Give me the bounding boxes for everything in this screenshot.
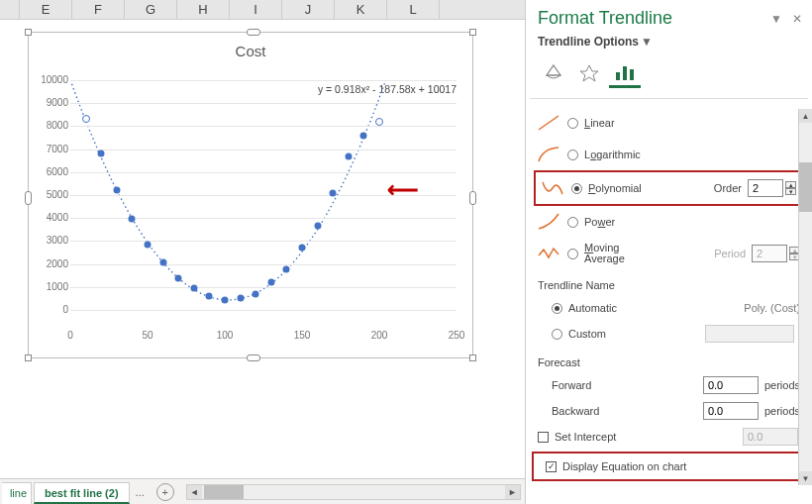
data-point[interactable]: [159, 259, 166, 266]
radio-custom[interactable]: [552, 329, 562, 340]
col-head[interactable]: K: [335, 0, 387, 19]
data-point[interactable]: [129, 216, 136, 223]
spin-up-icon[interactable]: ▴: [785, 181, 796, 188]
data-point[interactable]: [283, 266, 290, 273]
panel-scrollbar[interactable]: ▲ ▼: [798, 109, 812, 485]
forecast-forward: Forward periods: [526, 372, 812, 398]
scroll-up-icon[interactable]: ▲: [799, 109, 812, 123]
radio-mavg[interactable]: [567, 249, 578, 259]
checkbox-intercept[interactable]: [538, 432, 549, 443]
new-sheet-button[interactable]: +: [156, 483, 174, 501]
plot-area[interactable]: 0100020003000400050006000700080009000100…: [70, 80, 457, 310]
svg-line-4: [539, 116, 558, 130]
data-point[interactable]: [222, 296, 229, 303]
auto-name-value: Poly. (Cost): [744, 302, 800, 314]
col-head[interactable]: J: [282, 0, 335, 19]
poly-icon: [540, 176, 565, 200]
chart-title[interactable]: Cost: [29, 33, 472, 63]
sheet-tab-active[interactable]: best fit line (2): [34, 482, 130, 504]
trendline-type-options: Linear Logarithmic Polynomial Order ▴▾ P…: [526, 103, 812, 269]
chart-object[interactable]: Cost 01000200030004000500060007000800090…: [28, 32, 473, 358]
fill-line-icon[interactable]: [538, 58, 569, 88]
radio-linear[interactable]: [567, 118, 578, 129]
resize-handle[interactable]: [469, 191, 476, 205]
radio-power[interactable]: [567, 217, 578, 228]
svg-rect-1: [616, 72, 620, 80]
panel-mode-icons: [526, 56, 812, 98]
data-point[interactable]: [267, 279, 274, 286]
svg-rect-2: [623, 66, 627, 80]
arrow-annotation: ⟵: [387, 177, 419, 203]
data-point[interactable]: [190, 284, 197, 291]
hscroll-thumb[interactable]: [204, 485, 244, 499]
data-point[interactable]: [375, 118, 383, 126]
order-spinner[interactable]: ▴▾: [785, 181, 796, 195]
col-head[interactable]: F: [72, 0, 125, 19]
close-icon[interactable]: ✕: [792, 12, 802, 26]
data-point[interactable]: [98, 151, 105, 157]
opt-polynomial[interactable]: Polynomial Order ▴▾: [538, 172, 802, 204]
spin-down-icon[interactable]: ▾: [785, 188, 796, 195]
data-point[interactable]: [345, 152, 352, 159]
data-point[interactable]: [360, 132, 367, 139]
display-equation-row[interactable]: ✓ Display Equation on chart: [534, 454, 804, 479]
hscroll-left[interactable]: ◄: [187, 485, 202, 499]
opt-power[interactable]: Power: [534, 206, 806, 238]
trendline-name-section: Trendline Name: [526, 269, 812, 295]
linear-icon: [536, 111, 561, 135]
resize-handle[interactable]: [247, 29, 260, 36]
resize-handle[interactable]: [25, 29, 32, 36]
radio-log[interactable]: [567, 150, 578, 160]
col-head[interactable]: G: [125, 0, 177, 19]
resize-handle[interactable]: [469, 29, 476, 36]
opt-logarithmic[interactable]: Logarithmic: [534, 139, 806, 170]
set-intercept-row[interactable]: Set Intercept: [526, 424, 812, 450]
data-point[interactable]: [113, 187, 120, 194]
effects-icon[interactable]: [573, 58, 605, 88]
y-axis: 0100020003000400050006000700080009000100…: [31, 80, 68, 310]
trendline-options-icon[interactable]: [609, 58, 641, 88]
col-head[interactable]: I: [230, 0, 282, 19]
col-head[interactable]: H: [177, 0, 230, 19]
panel-dropdown-icon[interactable]: ▼: [770, 12, 782, 26]
hscroll[interactable]: ◄ ►: [186, 484, 521, 500]
data-point[interactable]: [82, 115, 90, 123]
data-point[interactable]: [145, 241, 152, 248]
data-point[interactable]: [299, 245, 306, 252]
grid-area[interactable]: Cost 01000200030004000500060007000800090…: [0, 20, 525, 455]
hscroll-right[interactable]: ►: [505, 485, 520, 499]
equation-label[interactable]: y = 0.918x² - 187.58x + 10017: [318, 83, 457, 95]
power-icon: [536, 210, 561, 234]
forward-input[interactable]: [703, 376, 759, 394]
custom-name-input[interactable]: [705, 325, 794, 343]
data-point[interactable]: [253, 290, 259, 297]
forecast-backward: Backward periods: [526, 398, 812, 424]
col-head[interactable]: L: [387, 0, 440, 19]
data-point[interactable]: [175, 274, 182, 281]
name-automatic[interactable]: Automatic Poly. (Cost): [526, 295, 812, 321]
panel-title: Format Trendline: [538, 8, 672, 29]
resize-handle[interactable]: [25, 354, 32, 361]
data-point[interactable]: [237, 295, 244, 302]
radio-auto[interactable]: [552, 303, 562, 314]
scroll-thumb[interactable]: [799, 162, 812, 212]
sheet-tabs-more[interactable]: ...: [130, 482, 151, 502]
resize-handle[interactable]: [247, 354, 260, 361]
panel-subtitle[interactable]: Trendline Options▼: [526, 33, 812, 56]
data-point[interactable]: [330, 189, 337, 196]
name-custom[interactable]: Custom: [526, 321, 812, 347]
scroll-down-icon[interactable]: ▼: [799, 471, 812, 485]
opt-linear[interactable]: Linear: [534, 107, 806, 139]
resize-handle[interactable]: [469, 354, 476, 361]
col-head[interactable]: E: [20, 0, 72, 19]
checkbox-display-eq[interactable]: ✓: [546, 461, 557, 472]
order-input[interactable]: [748, 179, 783, 197]
sheet-tab[interactable]: line: [2, 482, 32, 504]
forecast-section: Forecast: [526, 347, 812, 372]
svg-marker-0: [580, 65, 598, 81]
data-point[interactable]: [314, 223, 321, 230]
data-point[interactable]: [206, 293, 213, 300]
opt-mavg[interactable]: MovingAverage Period ▴▾: [534, 238, 806, 269]
backward-input[interactable]: [703, 402, 759, 420]
radio-poly[interactable]: [571, 183, 582, 194]
